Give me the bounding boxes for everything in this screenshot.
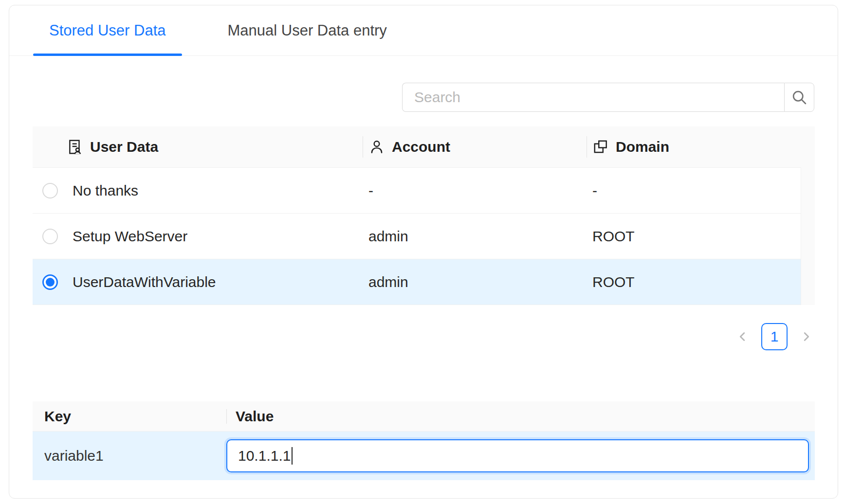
radio-no-thanks[interactable]: [42, 183, 58, 198]
search-button[interactable]: [784, 83, 814, 112]
account-icon: [368, 139, 385, 155]
tab-label: Stored User Data: [49, 22, 166, 39]
table-header: User Data Account: [33, 126, 815, 168]
cell-domain: ROOT: [587, 228, 801, 245]
radio-setup-webserver[interactable]: [42, 229, 58, 244]
column-header-key: Key: [33, 408, 226, 425]
column-header-user-data: User Data: [33, 139, 363, 155]
user-data-panel: Stored User Data Manual User Data entry …: [9, 5, 838, 499]
column-label: Account: [392, 139, 450, 155]
domain-icon: [592, 139, 609, 155]
pagination-prev-button[interactable]: [734, 328, 752, 345]
radio-cell: [33, 183, 73, 198]
column-header-value: Value: [226, 408, 274, 425]
variable1-value-input[interactable]: 10.1.1.1: [226, 439, 809, 472]
column-label: Domain: [616, 139, 669, 155]
table-row-no-thanks[interactable]: No thanks - -: [33, 168, 801, 214]
column-divider: [587, 136, 587, 158]
pagination-next-button[interactable]: [797, 328, 815, 345]
user-data-table: User Data Account: [33, 126, 815, 305]
tab-label: Manual User Data entry: [228, 22, 387, 39]
cell-user-data: Setup WebServer: [73, 228, 363, 245]
search-icon: [790, 89, 808, 106]
cell-domain: ROOT: [587, 274, 801, 290]
column-divider: [363, 136, 363, 158]
pagination-page-1[interactable]: 1: [761, 323, 788, 350]
radio-cell: [33, 229, 73, 244]
active-tab-indicator: [33, 54, 182, 56]
chevron-left-icon: [735, 329, 750, 344]
search-row: Search: [33, 83, 814, 112]
kv-table-header: Key Value: [33, 401, 815, 432]
search-placeholder: Search: [414, 89, 460, 106]
value-input-text: 10.1.1.1: [238, 448, 291, 464]
search-input[interactable]: Search: [402, 83, 784, 112]
table-row-userdatawithvariable[interactable]: UserDataWithVariable admin ROOT: [33, 259, 801, 305]
tab-bar: Stored User Data Manual User Data entry: [9, 5, 838, 56]
column-header-account: Account: [363, 139, 587, 155]
cell-user-data: No thanks: [73, 182, 363, 199]
search-box: Search: [402, 83, 814, 112]
text-cursor: [292, 447, 293, 465]
cell-domain: -: [587, 182, 801, 199]
tab-content: Search: [9, 83, 838, 480]
table-row-setup-webserver[interactable]: Setup WebServer admin ROOT: [33, 214, 801, 259]
cell-account: admin: [363, 228, 587, 245]
key-value-table: Key Value variable1 10.1.1.1: [33, 401, 815, 480]
column-header-domain: Domain: [587, 139, 815, 155]
column-label: User Data: [90, 139, 158, 155]
column-divider: [226, 409, 227, 424]
table-scrollbar-track[interactable]: [801, 167, 815, 305]
cell-user-data: UserDataWithVariable: [73, 274, 363, 290]
cell-account: -: [363, 182, 587, 199]
radio-cell: [33, 274, 73, 290]
kv-row-variable1: variable1 10.1.1.1: [33, 432, 815, 480]
cell-value: 10.1.1.1: [226, 439, 815, 472]
cell-key: variable1: [33, 448, 226, 464]
user-data-icon: [67, 139, 83, 155]
table-body: No thanks - - Setup WebServer admin ROOT: [33, 168, 801, 305]
pagination: 1: [33, 323, 815, 351]
radio-userdatawithvariable[interactable]: [42, 274, 58, 290]
cell-account: admin: [363, 274, 587, 290]
chevron-right-icon: [799, 329, 813, 344]
tab-manual-user-data-entry[interactable]: Manual User Data entry: [212, 5, 403, 55]
tab-stored-user-data[interactable]: Stored User Data: [33, 5, 182, 55]
